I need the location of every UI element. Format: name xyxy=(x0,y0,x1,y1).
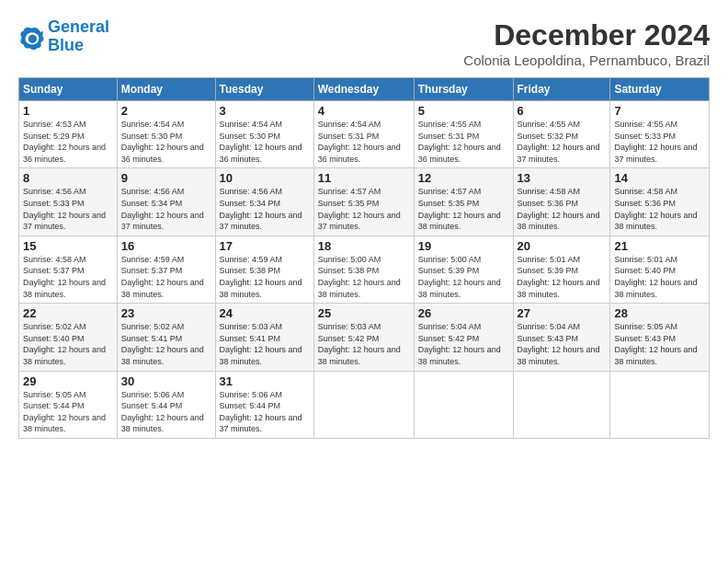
day-number: 26 xyxy=(418,306,509,320)
day-number: 20 xyxy=(518,239,607,253)
day-info: Sunrise: 5:00 AMSunset: 5:38 PMDaylight:… xyxy=(318,254,410,300)
day-number: 22 xyxy=(23,306,113,320)
calendar-header-monday: Monday xyxy=(117,78,215,101)
calendar-cell: 2Sunrise: 4:54 AMSunset: 5:30 PMDaylight… xyxy=(117,101,215,168)
day-number: 4 xyxy=(318,104,410,118)
day-info: Sunrise: 4:56 AMSunset: 5:33 PMDaylight:… xyxy=(23,186,113,232)
calendar-week-5: 29Sunrise: 5:05 AMSunset: 5:44 PMDayligh… xyxy=(19,371,710,438)
day-number: 10 xyxy=(220,171,310,185)
calendar-header-sunday: Sunday xyxy=(19,78,118,101)
day-info: Sunrise: 5:01 AMSunset: 5:39 PMDaylight:… xyxy=(518,254,607,300)
day-number: 15 xyxy=(23,239,113,253)
day-info: Sunrise: 4:58 AMSunset: 5:36 PMDaylight:… xyxy=(614,186,705,232)
calendar-cell xyxy=(313,371,414,438)
day-number: 9 xyxy=(121,171,211,185)
calendar-cell: 30Sunrise: 5:06 AMSunset: 5:44 PMDayligh… xyxy=(117,371,215,438)
day-info: Sunrise: 5:04 AMSunset: 5:42 PMDaylight:… xyxy=(418,321,509,367)
logo-line2: Blue xyxy=(48,36,84,54)
day-number: 29 xyxy=(23,374,113,388)
calendar-cell: 21Sunrise: 5:01 AMSunset: 5:40 PMDayligh… xyxy=(610,236,710,303)
calendar-header-thursday: Thursday xyxy=(414,78,513,101)
subtitle: Colonia Leopoldina, Pernambuco, Brazil xyxy=(463,52,710,68)
calendar-cell: 12Sunrise: 4:57 AMSunset: 5:35 PMDayligh… xyxy=(414,168,513,236)
day-info: Sunrise: 5:06 AMSunset: 5:44 PMDaylight:… xyxy=(220,389,310,435)
calendar-cell: 11Sunrise: 4:57 AMSunset: 5:35 PMDayligh… xyxy=(313,168,414,236)
day-number: 30 xyxy=(121,374,211,388)
logo-text: General Blue xyxy=(48,18,109,55)
calendar-header-saturday: Saturday xyxy=(610,78,710,101)
day-info: Sunrise: 4:53 AMSunset: 5:29 PMDaylight:… xyxy=(23,119,113,165)
calendar-cell: 27Sunrise: 5:04 AMSunset: 5:43 PMDayligh… xyxy=(513,304,610,371)
calendar-cell xyxy=(610,371,710,438)
logo-icon xyxy=(18,24,44,50)
calendar-cell: 5Sunrise: 4:55 AMSunset: 5:31 PMDaylight… xyxy=(414,101,513,168)
day-info: Sunrise: 4:54 AMSunset: 5:30 PMDaylight:… xyxy=(121,119,211,165)
day-info: Sunrise: 4:55 AMSunset: 5:32 PMDaylight:… xyxy=(518,119,607,165)
calendar-cell: 8Sunrise: 4:56 AMSunset: 5:33 PMDaylight… xyxy=(19,168,118,236)
day-info: Sunrise: 4:57 AMSunset: 5:35 PMDaylight:… xyxy=(418,186,509,232)
calendar-cell: 26Sunrise: 5:04 AMSunset: 5:42 PMDayligh… xyxy=(414,304,513,371)
day-info: Sunrise: 4:54 AMSunset: 5:31 PMDaylight:… xyxy=(318,119,410,165)
day-number: 11 xyxy=(318,171,410,185)
calendar-cell: 16Sunrise: 4:59 AMSunset: 5:37 PMDayligh… xyxy=(117,236,215,303)
main-title: December 2024 xyxy=(463,18,710,52)
day-info: Sunrise: 5:00 AMSunset: 5:39 PMDaylight:… xyxy=(418,254,509,300)
day-info: Sunrise: 4:55 AMSunset: 5:33 PMDaylight:… xyxy=(614,119,705,165)
day-info: Sunrise: 4:58 AMSunset: 5:37 PMDaylight:… xyxy=(23,254,113,300)
day-info: Sunrise: 4:59 AMSunset: 5:38 PMDaylight:… xyxy=(220,254,310,300)
day-number: 25 xyxy=(318,306,410,320)
day-info: Sunrise: 5:06 AMSunset: 5:44 PMDaylight:… xyxy=(121,389,211,435)
calendar-cell: 14Sunrise: 4:58 AMSunset: 5:36 PMDayligh… xyxy=(610,168,710,236)
calendar-cell: 3Sunrise: 4:54 AMSunset: 5:30 PMDaylight… xyxy=(215,101,313,168)
calendar-cell: 24Sunrise: 5:03 AMSunset: 5:41 PMDayligh… xyxy=(215,304,313,371)
calendar-cell: 25Sunrise: 5:03 AMSunset: 5:42 PMDayligh… xyxy=(313,304,414,371)
calendar-cell: 1Sunrise: 4:53 AMSunset: 5:29 PMDaylight… xyxy=(19,101,118,168)
day-number: 21 xyxy=(614,239,705,253)
day-info: Sunrise: 4:57 AMSunset: 5:35 PMDaylight:… xyxy=(318,186,410,232)
day-number: 5 xyxy=(418,104,509,118)
day-info: Sunrise: 4:56 AMSunset: 5:34 PMDaylight:… xyxy=(220,186,310,232)
day-number: 16 xyxy=(121,239,211,253)
day-info: Sunrise: 5:05 AMSunset: 5:43 PMDaylight:… xyxy=(614,321,705,367)
logo-line1: General xyxy=(48,17,109,36)
day-info: Sunrise: 5:02 AMSunset: 5:40 PMDaylight:… xyxy=(23,321,113,367)
calendar-table: SundayMondayTuesdayWednesdayThursdayFrid… xyxy=(18,77,710,439)
day-info: Sunrise: 4:59 AMSunset: 5:37 PMDaylight:… xyxy=(121,254,211,300)
day-number: 18 xyxy=(318,239,410,253)
day-info: Sunrise: 4:56 AMSunset: 5:34 PMDaylight:… xyxy=(121,186,211,232)
day-number: 3 xyxy=(220,104,310,118)
day-number: 24 xyxy=(220,306,310,320)
calendar-cell: 15Sunrise: 4:58 AMSunset: 5:37 PMDayligh… xyxy=(19,236,118,303)
calendar-header-wednesday: Wednesday xyxy=(313,78,414,101)
calendar-cell xyxy=(513,371,610,438)
calendar-cell: 29Sunrise: 5:05 AMSunset: 5:44 PMDayligh… xyxy=(19,371,118,438)
day-info: Sunrise: 5:05 AMSunset: 5:44 PMDaylight:… xyxy=(23,389,113,435)
calendar-cell: 7Sunrise: 4:55 AMSunset: 5:33 PMDaylight… xyxy=(610,101,710,168)
calendar-cell: 22Sunrise: 5:02 AMSunset: 5:40 PMDayligh… xyxy=(19,304,118,371)
day-number: 28 xyxy=(614,306,705,320)
calendar-cell: 31Sunrise: 5:06 AMSunset: 5:44 PMDayligh… xyxy=(215,371,313,438)
day-info: Sunrise: 5:03 AMSunset: 5:41 PMDaylight:… xyxy=(220,321,310,367)
day-info: Sunrise: 4:55 AMSunset: 5:31 PMDaylight:… xyxy=(418,119,509,165)
day-number: 31 xyxy=(220,374,310,388)
title-section: December 2024 Colonia Leopoldina, Pernam… xyxy=(463,18,710,68)
day-number: 7 xyxy=(614,104,705,118)
calendar-header-friday: Friday xyxy=(513,78,610,101)
calendar-cell: 20Sunrise: 5:01 AMSunset: 5:39 PMDayligh… xyxy=(513,236,610,303)
day-number: 17 xyxy=(220,239,310,253)
day-number: 14 xyxy=(614,171,705,185)
day-info: Sunrise: 5:03 AMSunset: 5:42 PMDaylight:… xyxy=(318,321,410,367)
logo: General Blue xyxy=(18,18,109,55)
day-info: Sunrise: 5:02 AMSunset: 5:41 PMDaylight:… xyxy=(121,321,211,367)
day-info: Sunrise: 4:58 AMSunset: 5:36 PMDaylight:… xyxy=(518,186,607,232)
day-info: Sunrise: 5:04 AMSunset: 5:43 PMDaylight:… xyxy=(518,321,607,367)
calendar-cell: 19Sunrise: 5:00 AMSunset: 5:39 PMDayligh… xyxy=(414,236,513,303)
calendar-cell: 18Sunrise: 5:00 AMSunset: 5:38 PMDayligh… xyxy=(313,236,414,303)
header: General Blue December 2024 Colonia Leopo… xyxy=(18,18,710,68)
day-number: 19 xyxy=(418,239,509,253)
calendar-cell: 10Sunrise: 4:56 AMSunset: 5:34 PMDayligh… xyxy=(215,168,313,236)
day-number: 8 xyxy=(23,171,113,185)
calendar-week-2: 8Sunrise: 4:56 AMSunset: 5:33 PMDaylight… xyxy=(19,168,710,236)
day-number: 6 xyxy=(518,104,607,118)
day-number: 12 xyxy=(418,171,509,185)
